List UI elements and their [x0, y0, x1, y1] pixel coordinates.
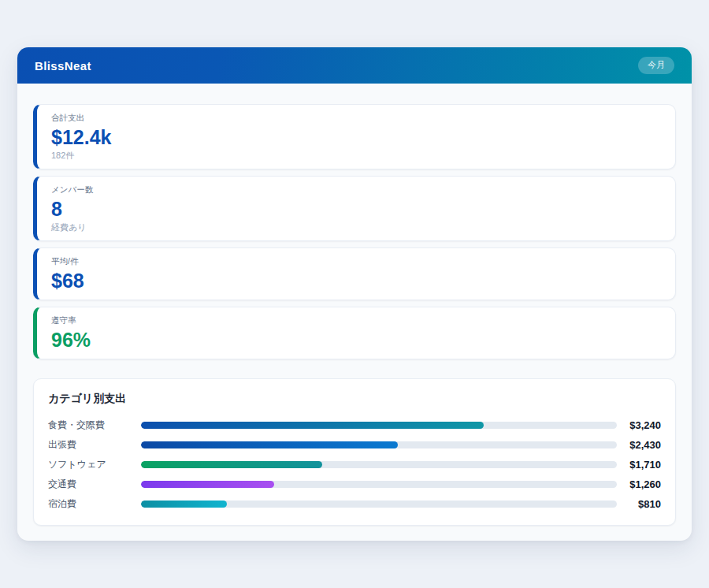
category-label: ソフトウェア: [48, 458, 141, 471]
category-row: 出張費 $2,430: [48, 435, 661, 455]
stat-value: 96%: [51, 329, 661, 351]
app-title: BlissNeat: [35, 59, 91, 73]
stat-card-member-count: メンバー数 8 経費あり: [33, 176, 676, 241]
category-value: $1,260: [617, 478, 661, 490]
category-label: 交通費: [48, 478, 141, 491]
category-row: 宿泊費 $810: [48, 494, 661, 514]
stat-card-compliance-rate: 遵守率 96%: [33, 307, 676, 359]
category-value: $3,240: [617, 419, 661, 431]
category-bar-track: [141, 441, 617, 448]
category-bar-fill: [141, 481, 274, 488]
category-label: 食費・交際費: [48, 419, 141, 432]
category-breakdown-card: カテゴリ別支出 食費・交際費 $3,240 出張費 $2,430 ソフトウェア …: [33, 378, 676, 526]
category-row: 食費・交際費 $3,240: [48, 415, 661, 435]
category-card-title: カテゴリ別支出: [48, 392, 661, 406]
stat-label: 合計支出: [51, 113, 661, 123]
category-row: 交通費 $1,260: [48, 474, 661, 494]
category-bar-fill: [141, 501, 227, 508]
stat-sub: 182件: [51, 151, 661, 161]
category-bar-track: [141, 481, 617, 488]
stat-card-average-per-item: 平均/件 $68: [33, 247, 676, 300]
category-bar-fill: [141, 422, 484, 429]
category-row: ソフトウェア $1,710: [48, 455, 661, 474]
category-bar-fill: [141, 461, 322, 468]
category-bar-track: [141, 422, 617, 429]
stat-value: $12.4k: [51, 126, 661, 148]
category-value: $1,710: [617, 459, 661, 471]
app-header: BlissNeat 今月: [17, 47, 692, 84]
stat-label: 平均/件: [51, 256, 661, 266]
stat-card-total-spend: 合計支出 $12.4k 182件: [33, 104, 676, 169]
main-content: 合計支出 $12.4k 182件 メンバー数 8 経費あり 平均/件 $68 遵…: [17, 84, 692, 526]
stat-label: 遵守率: [51, 315, 661, 326]
category-label: 出張費: [48, 438, 141, 452]
dashboard-container: BlissNeat 今月 合計支出 $12.4k 182件 メンバー数 8 経費…: [17, 47, 692, 541]
category-value: $2,430: [617, 439, 661, 451]
stat-value: $68: [51, 270, 661, 292]
category-bar-fill: [141, 441, 398, 448]
period-badge[interactable]: 今月: [638, 57, 674, 73]
category-label: 宿泊費: [48, 497, 141, 511]
stat-value: 8: [51, 198, 661, 220]
category-bar-track: [141, 461, 617, 468]
category-bar-track: [141, 501, 617, 508]
category-value: $810: [617, 498, 661, 510]
stat-sub: 経費あり: [51, 222, 661, 233]
stat-label: メンバー数: [51, 184, 661, 195]
